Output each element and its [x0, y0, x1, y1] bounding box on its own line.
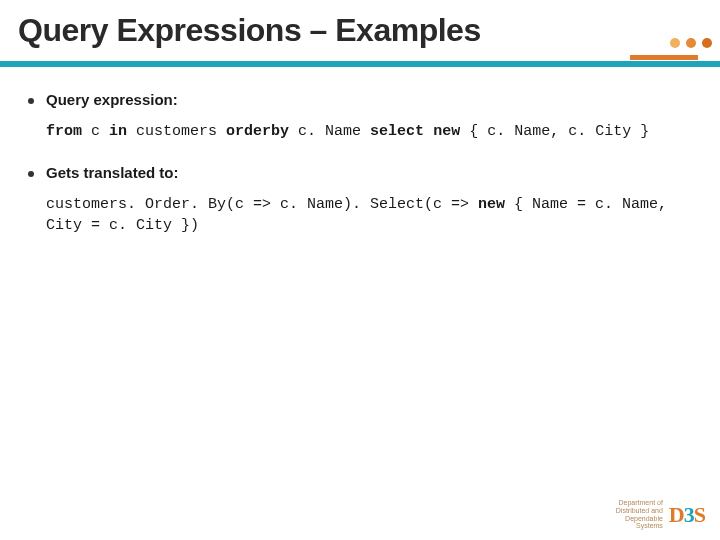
code-text: { c. Name, c. City }	[460, 123, 649, 140]
code-text	[424, 123, 433, 140]
logo-letter-d: D	[669, 502, 685, 528]
title-rule	[0, 55, 720, 69]
slide-title: Query Expressions – Examples	[0, 0, 720, 55]
footer: Department of Distributed and Dependable…	[616, 499, 706, 530]
slide: Query Expressions – Examples Query expre…	[0, 0, 720, 540]
code-text: customers. Order. By(c => c. Name). Sele…	[46, 196, 478, 213]
code-text: c	[82, 123, 109, 140]
footer-line: Systems	[616, 522, 663, 530]
content-area: Query expression: from c in customers or…	[0, 87, 720, 236]
bullet-icon	[28, 98, 34, 104]
accent-bar-teal	[0, 61, 720, 67]
footer-department: Department of Distributed and Dependable…	[616, 499, 663, 530]
bullet-text: Gets translated to:	[46, 164, 179, 181]
keyword-in: in	[109, 123, 127, 140]
footer-line: Department of	[616, 499, 663, 507]
corner-dots	[670, 38, 712, 48]
dot-icon	[686, 38, 696, 48]
dot-icon	[702, 38, 712, 48]
footer-line: Distributed and	[616, 507, 663, 515]
bullet-icon	[28, 171, 34, 177]
keyword-orderby: orderby	[226, 123, 289, 140]
d3s-logo: D 3 S	[669, 502, 706, 528]
code-block-query: from c in customers orderby c. Name sele…	[46, 122, 692, 142]
code-text: c. Name	[289, 123, 370, 140]
bullet-item: Gets translated to:	[28, 164, 692, 181]
code-text: customers	[127, 123, 226, 140]
keyword-from: from	[46, 123, 82, 140]
bullet-item: Query expression:	[28, 91, 692, 108]
accent-bar-orange	[630, 55, 698, 60]
footer-line: Dependable	[616, 515, 663, 523]
logo-letter-s: S	[694, 502, 706, 528]
keyword-new: new	[433, 123, 460, 140]
dot-icon	[670, 38, 680, 48]
keyword-select: select	[370, 123, 424, 140]
code-block-translated: customers. Order. By(c => c. Name). Sele…	[46, 195, 692, 236]
keyword-new: new	[478, 196, 505, 213]
bullet-text: Query expression:	[46, 91, 178, 108]
